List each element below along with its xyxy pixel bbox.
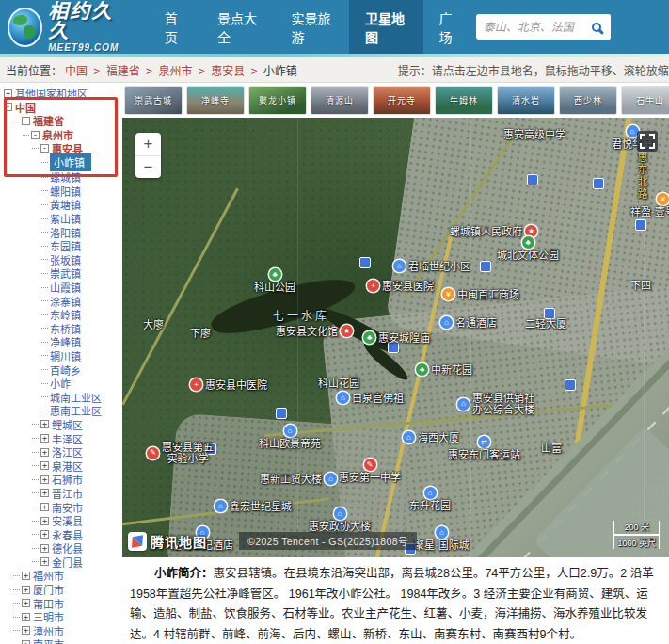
tree-item-label[interactable]: 厦门市	[33, 582, 64, 597]
thumbnail[interactable]: 净峰寺	[186, 86, 245, 115]
expand-icon[interactable]: +	[22, 613, 30, 621]
tree-item[interactable]: +莆田市	[0, 596, 122, 610]
thumbnail[interactable]: 石牛山	[621, 86, 669, 115]
tree-item[interactable]: 辋川镇	[0, 349, 122, 363]
tree-item-label[interactable]: 螺城镇	[50, 169, 81, 185]
tree-item[interactable]: +南平市	[0, 637, 122, 644]
tree-item[interactable]: 东园镇	[0, 239, 122, 253]
collapse-icon[interactable]: -	[40, 144, 49, 153]
zoom-in-button[interactable]: +	[135, 133, 161, 155]
tree-item-label[interactable]: 金门县	[52, 555, 83, 570]
tree-item-label[interactable]: 南平市	[33, 636, 64, 644]
satellite-map[interactable]: + − 七一水库惠安高级中学⌂君悦华庭¥祥盈·壹号广场螺城镇人民政府★♣城北文体…	[122, 118, 669, 557]
expand-icon[interactable]: +	[40, 475, 49, 484]
breadcrumb-link[interactable]: 惠安县	[211, 65, 245, 78]
thumbnail[interactable]: 清源山	[311, 86, 369, 115]
collapse-icon[interactable]: -	[22, 117, 30, 125]
collapse-icon[interactable]: -	[31, 131, 40, 139]
nav-item-link[interactable]: 景点大全	[201, 0, 276, 54]
tree-item-label[interactable]: 永春县	[52, 527, 83, 542]
tree-item[interactable]: 百崎乡	[0, 362, 122, 377]
tree-item[interactable]: 城南工业区	[0, 390, 122, 404]
tree-item-label[interactable]: 涂寨镇	[50, 294, 81, 309]
tree-item-label[interactable]: 东园镇	[50, 238, 81, 253]
expand-icon[interactable]: +	[40, 420, 49, 428]
tree-item[interactable]: 小岞镇	[0, 155, 122, 170]
tree-item[interactable]: 崇武镇	[0, 266, 122, 281]
tree-item-label[interactable]: 南安市	[52, 500, 83, 515]
expand-icon[interactable]: +	[22, 626, 30, 635]
tree-item-label[interactable]: 小岞	[50, 376, 71, 391]
expand-icon[interactable]: +	[40, 517, 49, 525]
tree-item[interactable]: 山霞镇	[0, 281, 122, 295]
tree-item-label[interactable]: 净峰镇	[50, 334, 81, 349]
tree-item-label[interactable]: 漳州市	[33, 623, 64, 638]
tree-item[interactable]: +南安市	[0, 500, 122, 514]
tree-item[interactable]: 螺城镇	[0, 170, 122, 185]
tree-item[interactable]: 黄塘镇	[0, 198, 122, 212]
collapse-icon[interactable]: -	[4, 103, 12, 111]
tree-item-label[interactable]: 其他国家和地区	[15, 86, 88, 101]
tree-item[interactable]: +安溪县	[0, 514, 122, 528]
tree-item[interactable]: 惠南工业区	[0, 404, 122, 418]
tree-item-label[interactable]: 莆田市	[33, 596, 64, 611]
tree-item-label[interactable]: 安溪县	[52, 513, 83, 528]
tree-item-label[interactable]: 三明市	[33, 609, 64, 624]
expand-icon[interactable]: +	[22, 640, 30, 644]
expand-icon[interactable]: +	[22, 599, 30, 607]
tree-item-label[interactable]: 紫山镇	[50, 211, 81, 226]
tree-item-label[interactable]: 东岭镇	[50, 307, 81, 322]
tree-item-label[interactable]: 张坂镇	[50, 252, 81, 267]
expand-icon[interactable]: +	[4, 89, 12, 98]
tree-item-label[interactable]: 百崎乡	[50, 362, 81, 378]
tree-item-label[interactable]: 石狮市	[52, 472, 83, 487]
thumbnail[interactable]: 崇武古城	[124, 86, 183, 115]
tree-item-label[interactable]: 惠南工业区	[50, 403, 102, 418]
expand-icon[interactable]: +	[40, 489, 49, 497]
tree-item-label[interactable]: 丰泽区	[52, 431, 83, 446]
tree-item[interactable]: 东岭镇	[0, 308, 122, 322]
tree-item[interactable]: 张坂镇	[0, 253, 122, 267]
nav-item-link[interactable]: 广场	[423, 0, 476, 54]
thumbnail[interactable]: 聚龙小镇	[248, 86, 307, 115]
tree-item[interactable]: 东桥镇	[0, 322, 122, 336]
breadcrumb-link[interactable]: 福建省	[106, 65, 140, 78]
tree-item-label[interactable]: 中国	[15, 100, 36, 115]
tree-item-label[interactable]: 泉州市	[42, 127, 73, 142]
tree-item[interactable]: 小岞	[0, 377, 122, 391]
tree-item[interactable]: 净峰镇	[0, 335, 122, 349]
tree-item-label[interactable]: 洛阳镇	[50, 225, 81, 240]
expand-icon[interactable]: +	[40, 448, 49, 457]
zoom-out-button[interactable]: −	[135, 155, 161, 178]
expand-icon[interactable]: +	[40, 530, 49, 539]
expand-icon[interactable]: +	[40, 503, 49, 511]
tree-item-label[interactable]: 东桥镇	[50, 321, 81, 336]
breadcrumb-link[interactable]: 泉州市	[158, 65, 192, 78]
tree-item[interactable]: +其他国家和地区	[0, 87, 122, 101]
thumbnail[interactable]: 清水岩	[497, 86, 555, 115]
search-button[interactable]	[582, 14, 611, 40]
breadcrumb-link[interactable]: 小岞镇	[263, 65, 297, 78]
tree-item[interactable]: +泉港区	[0, 459, 122, 473]
tree-item[interactable]: +洛江区	[0, 445, 122, 459]
tree-item-label[interactable]: 山霞镇	[50, 280, 81, 295]
fullscreen-button[interactable]	[637, 131, 658, 152]
tree-item-label[interactable]: 辋川镇	[50, 348, 81, 363]
tree-item-label[interactable]: 螺阳镇	[50, 184, 81, 199]
tree-item[interactable]: -泉州市	[0, 128, 122, 142]
tree-item[interactable]: 洛阳镇	[0, 225, 122, 239]
tree-item-label[interactable]: 黄塘镇	[50, 197, 81, 212]
tree-item-label[interactable]: 福州市	[33, 568, 64, 583]
expand-icon[interactable]: +	[40, 544, 49, 553]
tree-item-label[interactable]: 德化县	[52, 540, 83, 555]
expand-icon[interactable]: +	[22, 572, 30, 580]
nav-item-link[interactable]: 首页	[149, 0, 201, 54]
breadcrumb-link[interactable]: 中国	[65, 65, 88, 78]
tree-item[interactable]: +永春县	[0, 527, 122, 541]
tree-item[interactable]: +鲤城区	[0, 418, 122, 432]
thumbnail[interactable]: 开元寺	[373, 86, 431, 115]
tree-item[interactable]: +厦门市	[0, 583, 122, 597]
tree-item[interactable]: -中国	[0, 101, 122, 115]
tree-item-label[interactable]: 崇武镇	[50, 266, 81, 281]
tree-item[interactable]: +德化县	[0, 541, 122, 555]
